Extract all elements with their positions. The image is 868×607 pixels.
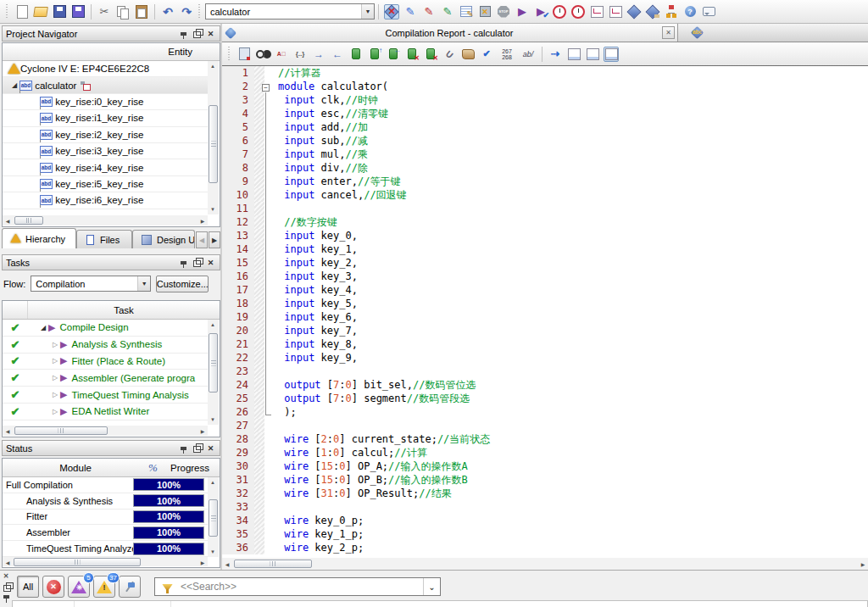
flow-selector[interactable]: Compilation ▼ — [31, 276, 151, 292]
expander-collapsed-icon[interactable]: ▷ — [50, 408, 60, 415]
flag-filter-button[interactable] — [119, 576, 141, 598]
code-line[interactable]: 10 input cancel,//回退键 — [222, 188, 868, 202]
code-line[interactable]: 16 input key_3, — [222, 270, 868, 283]
expander-expanded-icon[interactable]: ◢ — [9, 81, 19, 89]
technology-map-viewer-icon[interactable] — [608, 4, 623, 19]
pin-icon[interactable] — [178, 443, 189, 454]
start-analysis-synthesis-icon[interactable] — [533, 4, 548, 19]
status-row[interactable]: Full Compilation100% — [3, 477, 208, 493]
cut-icon[interactable] — [97, 4, 112, 19]
vertical-scrollbar[interactable]: ▲ ▼ — [208, 320, 219, 425]
help-icon[interactable] — [682, 4, 698, 19]
code-line[interactable]: 29 wire [1:0] calcul;//计算 — [222, 446, 868, 459]
code-line[interactable]: 35 wire key_1_p; — [222, 527, 868, 541]
redo-icon[interactable] — [179, 4, 194, 19]
scroll-down-arrow[interactable]: ▼ — [208, 204, 218, 214]
status-row[interactable]: Analysis & Synthesis100% — [3, 493, 208, 510]
scroll-left-arrow[interactable]: ◀ — [3, 557, 13, 567]
code-line[interactable]: 30 wire [15:0] OP_A;//输入的操作数A — [222, 459, 868, 473]
code-line[interactable]: 31 wire [15:0] OP_B;//输入的操作数B — [222, 473, 868, 487]
pin-icon[interactable] — [178, 257, 189, 268]
code-line[interactable]: 12 //数字按键 — [222, 215, 868, 229]
report-page-icon[interactable] — [236, 47, 252, 62]
code-line[interactable]: 9 input enter,//等于键 — [222, 175, 868, 188]
code-line[interactable]: 7 input mul,//乘 — [222, 148, 868, 161]
scroll-up-arrow[interactable]: ▲ — [208, 477, 218, 487]
code-line[interactable]: 27 — [222, 419, 868, 432]
scroll-left-arrow[interactable]: ◀ — [222, 559, 232, 569]
save-icon[interactable] — [52, 4, 67, 19]
attach-icon[interactable] — [442, 47, 457, 62]
expander-collapsed-icon[interactable]: ▷ — [50, 374, 60, 381]
line-count-icon[interactable]: 267 268 — [498, 47, 516, 62]
float-icon[interactable] — [192, 257, 203, 268]
task-row[interactable]: ✔▷▶Fitter (Place & Route) — [3, 354, 208, 370]
editor-horizontal-scrollbar[interactable]: ◀ ▶ — [222, 558, 868, 570]
code-line[interactable]: 21 input key_8, — [222, 337, 868, 351]
design-space-explorer-icon[interactable] — [664, 4, 679, 19]
errors-filter-button[interactable]: ✕ — [42, 576, 64, 598]
expander-collapsed-icon[interactable]: ▷ — [50, 391, 60, 398]
indent-icon[interactable] — [311, 47, 326, 62]
tree-row-instance[interactable]: abd key_rise:i4_key_rise — [3, 159, 208, 175]
macro-icon[interactable] — [460, 47, 476, 62]
scroll-right-arrow[interactable]: ▶ — [198, 557, 208, 567]
entity-column-header[interactable]: Entity — [3, 43, 220, 61]
vertical-scrollbar[interactable]: ▲ ▼ — [208, 61, 219, 214]
critical-warnings-filter-button[interactable]: ✳ 5 — [68, 576, 90, 598]
save-all-icon[interactable] — [70, 4, 86, 19]
code-line[interactable]: 28 wire [2:0] current_state;//当前状态 — [222, 432, 868, 446]
code-line[interactable]: 4 input esc,//清零键 — [222, 107, 868, 120]
settings-icon[interactable] — [403, 4, 418, 19]
code-line[interactable]: 20 input key_7, — [222, 324, 868, 337]
scrollbar-thumb[interactable] — [14, 426, 108, 435]
pin-icon[interactable] — [178, 28, 189, 39]
assignment-editor-icon[interactable] — [421, 4, 437, 19]
assignment-spreadsheet-icon[interactable] — [459, 4, 474, 19]
status-row[interactable]: TimeQuest Timing Analyzer100% — [3, 541, 208, 557]
copy-icon[interactable] — [115, 4, 131, 19]
scroll-right-arrow[interactable]: ▶ — [198, 426, 208, 436]
tree-row-instance[interactable]: abd key_rise:i1_key_rise — [3, 110, 208, 126]
warnings-filter-button[interactable]: ! 37 — [93, 576, 115, 598]
code-line[interactable]: 26 ); — [222, 405, 868, 419]
scroll-right-arrow[interactable]: ▶ — [198, 215, 208, 226]
code-line[interactable]: 19 input key_6, — [222, 310, 868, 324]
bookmark-delete-all-icon[interactable] — [423, 47, 438, 62]
task-row[interactable]: ✔▷▶Analysis & Synthesis — [3, 337, 208, 354]
tree-row-top-entity[interactable]: ◢abd calculator — [3, 77, 208, 93]
code-line[interactable]: 8 input div,//除 — [222, 161, 868, 175]
tree-row-instance[interactable]: abd key_rise:i5_key_rise — [3, 176, 208, 192]
paste-icon[interactable] — [134, 4, 149, 19]
new-file-icon[interactable] — [14, 4, 30, 19]
close-icon[interactable]: ✕ — [662, 26, 675, 39]
tasks-header-row[interactable]: Task — [3, 301, 220, 320]
pin-assignments-icon[interactable] — [440, 4, 455, 19]
float-icon[interactable] — [192, 443, 203, 454]
tree-row-device[interactable]: Cyclone IV E: EP4CE6E22C8 — [3, 61, 208, 77]
brace-icon[interactable] — [292, 47, 308, 62]
design-partition-icon[interactable] — [645, 4, 660, 19]
scroll-up-arrow[interactable]: ▲ — [208, 320, 218, 330]
code-editor[interactable]: 1//计算器2module calculator(3 input clk,//时… — [222, 66, 868, 558]
messages-list[interactable] — [12, 600, 868, 607]
task-row[interactable]: ✔▷▶EDA Netlist Writer — [3, 404, 208, 420]
scrollbar-thumb[interactable] — [234, 560, 312, 568]
scroll-down-arrow[interactable]: ▼ — [208, 415, 218, 425]
code-line[interactable]: 17 input key_4, — [222, 283, 868, 297]
horizontal-scrollbar[interactable]: ◀ ▶ — [3, 215, 208, 226]
scroll-up-arrow[interactable]: ▲ — [208, 61, 218, 71]
bookmark-prev-icon[interactable] — [386, 47, 401, 62]
close-icon[interactable] — [2, 571, 11, 581]
close-icon[interactable] — [205, 257, 216, 268]
code-line[interactable]: 15 input key_2, — [222, 256, 868, 270]
task-row[interactable]: ✔▷▶TimeQuest Timing Analysis — [3, 387, 208, 404]
status-header-row[interactable]: Module % Progress — [3, 459, 220, 477]
view-3-icon[interactable] — [604, 47, 619, 62]
system-messages-icon[interactable] — [701, 4, 716, 19]
compilation-report-tab[interactable]: Compilation Report - calculator ✕ — [222, 24, 678, 42]
code-line[interactable]: 5 input add,//加 — [222, 120, 868, 134]
tab-files[interactable]: Files — [76, 230, 132, 248]
message-search-box[interactable]: <<Search>> ⌄ — [154, 577, 441, 596]
code-line[interactable]: 2module calculator( — [222, 80, 868, 93]
